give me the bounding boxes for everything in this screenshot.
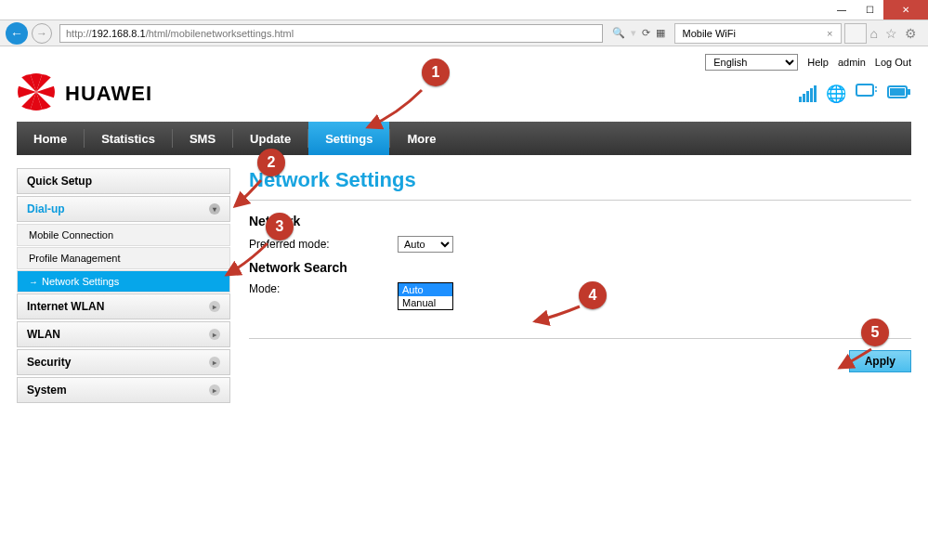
chevron-down-icon: ▾ <box>209 203 220 215</box>
sidebar-label: System <box>27 384 67 397</box>
url-prefix: http:// <box>66 28 92 39</box>
url-path: /html/mobilenetworksettings.html <box>146 28 294 39</box>
sidebar-section-internet-wlan[interactable]: Internet WLAN ▸ <box>17 293 230 319</box>
sidebar-section-wlan[interactable]: WLAN ▸ <box>17 321 230 347</box>
battery-icon <box>887 84 911 103</box>
section-heading-network-search: Network Search <box>249 260 911 275</box>
home-icon[interactable]: ⌂ <box>870 26 878 41</box>
sidebar-item-mobile-connection[interactable]: Mobile Connection <box>17 224 230 246</box>
page-title: Network Settings <box>249 168 911 192</box>
status-icons: 🌐 <box>799 84 911 104</box>
logo: HUAWEI <box>17 72 152 114</box>
mode-option-manual[interactable]: Manual <box>399 296 452 309</box>
sidebar-section-system[interactable]: System ▸ <box>17 377 230 403</box>
sidebar-section-dialup[interactable]: Dial-up ▾ <box>17 196 230 222</box>
signal-icon <box>799 85 817 102</box>
callout-1: 1 <box>422 59 450 86</box>
preferred-mode-select[interactable]: Auto <box>398 236 453 253</box>
wifi-clients-icon <box>856 84 878 103</box>
sidebar-section-quick-setup[interactable]: Quick Setup <box>17 168 230 194</box>
mode-label: Mode: <box>249 282 398 295</box>
nav-statistics[interactable]: Statistics <box>85 122 172 155</box>
callout-3: 3 <box>266 213 294 241</box>
brand-name: HUAWEI <box>65 82 152 106</box>
chevron-right-icon: ▸ <box>209 301 220 312</box>
arrow-3 <box>221 240 271 283</box>
huawei-logo-icon <box>17 72 56 114</box>
svg-rect-5 <box>908 89 910 95</box>
globe-icon: 🌐 <box>826 84 846 104</box>
svg-rect-4 <box>890 88 905 96</box>
tab-title: Mobile WiFi <box>683 28 736 39</box>
nav-sms[interactable]: SMS <box>173 122 232 155</box>
arrow-2 <box>229 176 267 216</box>
user-label: admin <box>838 57 866 68</box>
callout-5: 5 <box>861 319 889 346</box>
branding-row: HUAWEI 🌐 <box>17 72 911 114</box>
forward-button[interactable]: → <box>32 23 52 44</box>
sidebar-label: Security <box>27 356 71 369</box>
callout-2: 2 <box>257 149 285 176</box>
address-bar[interactable]: http://192.168.8.1/html/mobilenetworkset… <box>59 24 603 43</box>
chevron-right-icon: ▸ <box>209 357 220 368</box>
sidebar-label: Internet WLAN <box>27 300 104 313</box>
main-panel: Network Settings Network Preferred mode:… <box>249 168 911 405</box>
section-heading-network: Network <box>249 214 911 228</box>
arrow-4 <box>529 303 583 333</box>
main-nav: Home Statistics SMS Update Settings More <box>17 122 911 155</box>
logout-link[interactable]: Log Out <box>875 57 911 68</box>
addr-actions: 🔍 ▾ ⟳ ▦ <box>612 27 665 39</box>
sidebar-item-profile-management[interactable]: Profile Management <box>17 247 230 269</box>
svg-rect-0 <box>856 85 873 96</box>
chevron-right-icon: ▸ <box>209 329 220 340</box>
svg-point-1 <box>875 86 877 88</box>
window-maximize-button[interactable]: ☐ <box>856 0 883 20</box>
window-close-button[interactable]: ✕ <box>883 0 928 20</box>
browser-toolbar: ← → http://192.168.8.1/html/mobilenetwor… <box>0 20 928 46</box>
browser-tab[interactable]: Mobile WiFi × <box>674 23 842 44</box>
sidebar-section-security[interactable]: Security ▸ <box>17 349 230 375</box>
sidebar: Quick Setup Dial-up ▾ Mobile Connection … <box>17 168 230 405</box>
favorites-icon[interactable]: ☆ <box>885 26 897 41</box>
back-button[interactable]: ← <box>6 22 28 45</box>
help-link[interactable]: Help <box>807 57 829 68</box>
callout-4: 4 <box>579 281 607 309</box>
nav-home[interactable]: Home <box>17 122 84 155</box>
sidebar-item-network-settings[interactable]: Network Settings <box>17 270 230 293</box>
mode-select-open[interactable]: Auto Manual <box>398 282 453 310</box>
tools-icon[interactable]: ⚙ <box>905 26 917 41</box>
sidebar-label: Dial-up <box>27 202 65 215</box>
tab-close-icon[interactable]: × <box>827 28 832 39</box>
sidebar-label: WLAN <box>27 328 60 341</box>
arrow-1 <box>360 86 425 136</box>
sidebar-label: Quick Setup <box>27 175 92 188</box>
window-minimize-button[interactable]: — <box>828 0 856 20</box>
url-host: 192.168.8.1 <box>92 28 146 39</box>
new-tab-button[interactable] <box>844 23 867 44</box>
svg-point-2 <box>875 90 877 92</box>
refresh-icon[interactable]: ⟳ <box>642 27 650 39</box>
mode-option-auto[interactable]: Auto <box>399 283 452 296</box>
search-icon[interactable]: 🔍 <box>612 27 625 39</box>
language-select[interactable]: English <box>705 54 798 71</box>
window-titlebar: — ☐ ✕ <box>0 0 928 20</box>
arrow-5 <box>834 345 875 376</box>
page-body: English Help admin Log Out HUAWEI <box>0 46 928 560</box>
chevron-right-icon: ▸ <box>209 384 220 396</box>
stop-icon[interactable]: ▦ <box>656 27 665 39</box>
preferred-mode-label: Preferred mode: <box>249 238 398 251</box>
